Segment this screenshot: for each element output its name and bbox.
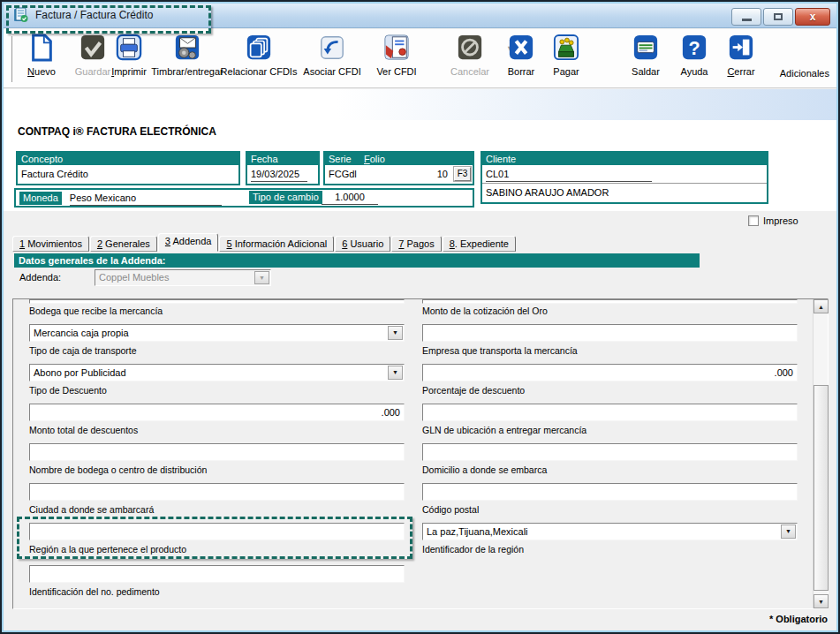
serie-folio-box: SerieFolio FCGdl 10 F3 xyxy=(323,151,474,185)
cliente-name: SABINO ARAUJO AMADOR xyxy=(482,184,767,202)
tab-movimientos[interactable]: 1 Movimientos xyxy=(12,236,89,252)
codigo-postal-input[interactable] xyxy=(422,483,798,501)
cash-register-icon xyxy=(542,34,590,64)
codigo-postal-label: Código postal xyxy=(422,504,479,515)
invoice-header-area: CONTPAQ i® FACTURA ELECTRÓNICA Concepto … xyxy=(4,120,836,211)
certificate-icon xyxy=(364,34,429,64)
addenda-select: Coppel Muebles ▼ xyxy=(95,269,271,286)
nombre-bodega-label: Nombre de bodega o centro de distribució… xyxy=(29,464,207,475)
domicilio-embarque-input[interactable] xyxy=(422,443,798,461)
moneda-box: Moneda Peso Mexicano Tipo de cambio 1.00… xyxy=(14,188,474,208)
tipo-cambio-chip: Tipo de cambio xyxy=(249,191,322,204)
balance-card-icon xyxy=(620,34,671,64)
scroll-up-icon[interactable]: ▲ xyxy=(814,299,829,313)
identificador-region-dropdown-icon[interactable]: ▼ xyxy=(781,525,796,539)
fecha-box: Fecha 19/03/2025 xyxy=(246,151,320,185)
porcentaje-descuento-label: Porcentaje de descuento xyxy=(422,385,525,396)
moneda-chip: Moneda xyxy=(19,192,62,205)
scrollbar-thumb[interactable] xyxy=(814,385,829,591)
title-highlight-annotation xyxy=(6,5,211,34)
gln-ubicacion-input[interactable] xyxy=(422,404,798,421)
moneda-value[interactable]: Peso Mexicano xyxy=(70,192,222,206)
concepto-value[interactable]: Factura Crédito xyxy=(18,165,238,184)
minimize-button[interactable] xyxy=(731,8,761,26)
maximize-button[interactable] xyxy=(763,8,793,26)
pedimento-input[interactable] xyxy=(29,565,405,583)
nombre-bodega-input[interactable] xyxy=(29,443,405,461)
addenda-field-label: Addenda: xyxy=(19,272,61,283)
toolbar-button-cancelar: Cancelar ▼ xyxy=(438,34,502,85)
cotizacion-oro-label: Monto de la cotización del Oro xyxy=(422,306,548,316)
toolbar-grip[interactable] xyxy=(11,36,12,82)
toolbar-button-relacionar-cfdis[interactable]: Relacionar CFDIs xyxy=(217,34,300,85)
associate-arrow-icon xyxy=(295,34,369,64)
impreso-row: Impreso xyxy=(748,215,798,226)
addenda-dropdown-icon: ▼ xyxy=(254,271,269,284)
tab-expediente[interactable]: 8. Expediente xyxy=(443,236,516,252)
region-field-highlight-annotation xyxy=(17,517,412,559)
tab-generales[interactable]: 2 Generales xyxy=(90,236,157,252)
tab-addenda[interactable]: 3 Addenda xyxy=(158,233,219,252)
toolbar-button-asociar-cfdi[interactable]: Asociar CFDI xyxy=(295,34,369,85)
toolbar-button-ayuda[interactable]: ? Ayuda xyxy=(671,34,717,85)
new-document-icon xyxy=(16,34,67,64)
ciudad-embarque-input[interactable] xyxy=(29,483,405,501)
folio-header: Folio xyxy=(364,153,385,165)
exit-door-icon xyxy=(717,34,765,64)
fecha-value[interactable]: 19/03/2025 xyxy=(251,168,307,182)
tipo-caja-label: Tipo de caja de transporte xyxy=(29,345,137,356)
toolbar-button-cerrar[interactable]: Cerrar xyxy=(717,34,765,85)
addenda-section-title: Datos generales de la Addenda: xyxy=(14,253,700,268)
ciudad-embarque-label: Ciudad a donde se ambarcará xyxy=(29,504,154,515)
bodega-recibe-input[interactable] xyxy=(29,299,405,304)
delete-x-icon xyxy=(496,34,546,64)
tipo-caja-dropdown-icon[interactable]: ▼ xyxy=(388,326,403,340)
identificador-region-select[interactable]: La paz,Tijuana,Mexicali▼ xyxy=(422,523,798,540)
toolbar-button-pagar[interactable]: Pagar xyxy=(542,34,590,85)
cotizacion-oro-input[interactable] xyxy=(422,299,798,304)
toolbar-button-nuevo[interactable]: Nuevo xyxy=(16,34,67,85)
toolbar-button-borrar[interactable]: Borrar xyxy=(496,34,546,85)
tab-pagos[interactable]: 7 Pagos xyxy=(391,236,441,252)
porcentaje-descuento-input[interactable]: .000 xyxy=(422,364,798,381)
tab-usuario[interactable]: 6 Usuario xyxy=(335,236,390,252)
app-window: Factura / Factura Crédito x Nuevo Guarda… xyxy=(0,0,840,634)
serie-value[interactable]: FCGdl xyxy=(329,169,357,179)
tipo-cambio-value[interactable]: 1.0000 xyxy=(322,191,378,205)
folio-value[interactable]: 10 xyxy=(437,165,448,184)
folio-f3-button[interactable]: F3 xyxy=(454,167,471,181)
serie-header: Serie xyxy=(329,154,352,164)
toolbar-button-saldar[interactable]: Saldar xyxy=(620,34,671,85)
fecha-header: Fecha xyxy=(247,153,318,165)
toolbar-button-ver-cfdi[interactable]: Ver CFDI xyxy=(364,34,429,85)
obligatorio-note: * Obligatorio xyxy=(769,614,828,624)
cliente-code[interactable]: CL01 xyxy=(486,168,652,182)
tipo-descuento-dropdown-icon[interactable]: ▼ xyxy=(388,366,403,380)
empresa-transporta-label: Empresa que transporta la mercancía xyxy=(422,345,578,356)
concepto-header: Concepto xyxy=(18,153,238,165)
tipo-descuento-select[interactable]: Abono por Publicidad▼ xyxy=(29,364,405,381)
gln-ubicacion-label: GLN de ubicación a entregar mercancía xyxy=(422,425,586,435)
close-icon: x xyxy=(810,11,816,23)
vertical-scrollbar[interactable]: ▲ ▼ xyxy=(813,299,828,608)
addenda-form-scroll-area: Bodega que recibe la mercancía Monto de … xyxy=(12,298,829,609)
monto-descuentos-input[interactable]: .000 xyxy=(29,404,405,421)
impreso-label: Impreso xyxy=(763,215,798,226)
close-button[interactable]: x xyxy=(795,8,830,26)
tipo-caja-select[interactable]: Mercancia caja propia▼ xyxy=(29,324,405,342)
impreso-checkbox[interactable] xyxy=(748,215,759,226)
tipo-descuento-label: Tipo de Descuento xyxy=(29,385,107,396)
cliente-box: Cliente CL01 SABINO ARAUJO AMADOR xyxy=(481,151,768,204)
cancel-slash-icon xyxy=(438,34,502,64)
tab-informacion-adicional[interactable]: 5 Información Adicional xyxy=(219,236,334,252)
empresa-transporta-input[interactable] xyxy=(422,324,798,342)
pedimento-label: Identificación del no. pedimento xyxy=(29,586,160,597)
cliente-header: Cliente xyxy=(482,153,767,165)
title-bar[interactable]: Factura / Factura Crédito x xyxy=(2,2,838,28)
monto-descuentos-label: Monto total de descuentos xyxy=(29,425,138,435)
concepto-box: Concepto Factura Crédito xyxy=(16,151,240,185)
adicionales-label[interactable]: Adicionales xyxy=(780,68,829,79)
minimize-icon xyxy=(742,19,752,21)
domicilio-embarque-label: Domicilio a donde se embarca xyxy=(422,464,547,475)
scroll-down-icon[interactable]: ▼ xyxy=(814,594,829,608)
